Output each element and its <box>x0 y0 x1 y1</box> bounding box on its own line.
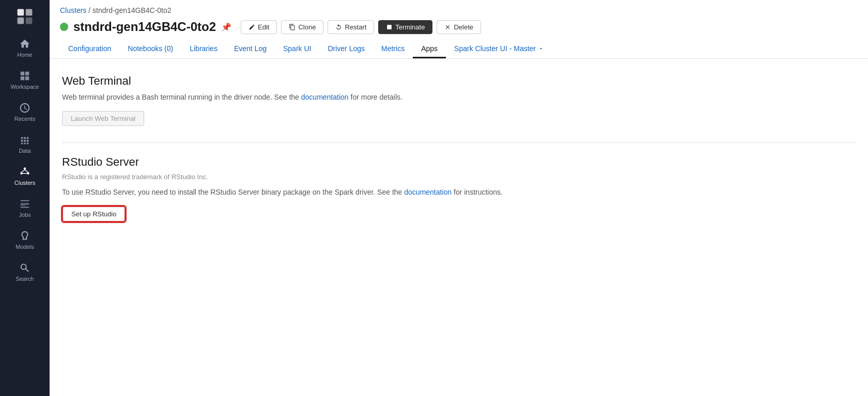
web-terminal-section: Web Terminal Web terminal provides a Bas… <box>62 74 856 126</box>
rstudio-trademark: RStudio is a registered trademark of RSt… <box>62 173 856 181</box>
tab-notebooks[interactable]: Notebooks (0) <box>119 40 181 58</box>
sidebar-item-jobs[interactable]: Jobs <box>0 192 50 224</box>
logo <box>13 5 36 28</box>
web-terminal-title: Web Terminal <box>62 74 856 88</box>
web-terminal-doc-link[interactable]: documentation <box>301 93 349 101</box>
sidebar-item-home[interactable]: Home <box>0 32 50 64</box>
sidebar: Home Workspace Recents Data Clusters Job… <box>0 0 50 396</box>
edit-button[interactable]: Edit <box>241 20 277 34</box>
svg-rect-3 <box>26 18 33 24</box>
tab-spark-ui[interactable]: Spark UI <box>275 40 319 58</box>
sidebar-item-search[interactable]: Search <box>0 256 50 288</box>
tab-apps[interactable]: Apps <box>413 40 446 58</box>
sidebar-item-search-label: Search <box>16 276 34 282</box>
breadcrumb-separator: / <box>88 6 90 14</box>
restart-button[interactable]: Restart <box>328 20 374 34</box>
cluster-name: stndrd-gen14GB4C-0to2 <box>73 20 216 34</box>
clone-button[interactable]: Clone <box>281 20 323 34</box>
tab-spark-cluster-ui[interactable]: Spark Cluster UI - Master <box>446 40 552 58</box>
delete-button[interactable]: Delete <box>437 20 481 34</box>
sidebar-item-clusters-label: Clusters <box>14 180 35 186</box>
launch-web-terminal-button[interactable]: Launch Web Terminal <box>62 111 144 126</box>
tab-metrics[interactable]: Metrics <box>373 40 413 58</box>
sidebar-item-data-label: Data <box>19 148 30 154</box>
sidebar-item-models[interactable]: Models <box>0 224 50 256</box>
svg-line-8 <box>25 170 28 172</box>
topbar: Clusters / stndrd-gen14GB4C-0to2 stndrd-… <box>50 0 868 59</box>
cluster-actions: Edit Clone Restart Terminate Delete <box>241 20 481 34</box>
sidebar-item-jobs-label: Jobs <box>19 212 30 218</box>
terminate-button[interactable]: Terminate <box>378 20 432 34</box>
tab-driver-logs[interactable]: Driver Logs <box>319 40 373 58</box>
rstudio-description: To use RStudio Server, you need to insta… <box>62 187 856 198</box>
rstudio-title: RStudio Server <box>62 155 856 169</box>
sidebar-item-clusters[interactable]: Clusters <box>0 160 50 192</box>
svg-rect-1 <box>26 9 33 16</box>
sidebar-item-workspace-label: Workspace <box>11 84 39 90</box>
setup-rstudio-button[interactable]: Set up RStudio <box>62 206 126 222</box>
sidebar-item-workspace[interactable]: Workspace <box>0 64 50 96</box>
cluster-header: stndrd-gen14GB4C-0to2 📌 Edit Clone Resta… <box>60 20 858 34</box>
svg-rect-0 <box>18 9 24 16</box>
sidebar-item-data[interactable]: Data <box>0 128 50 160</box>
sidebar-item-models-label: Models <box>16 244 34 250</box>
svg-rect-10 <box>387 25 392 29</box>
svg-point-4 <box>24 167 26 170</box>
svg-line-7 <box>22 170 25 172</box>
pin-icon[interactable]: 📌 <box>221 22 231 32</box>
tab-libraries[interactable]: Libraries <box>181 40 226 58</box>
main-content: Clusters / stndrd-gen14GB4C-0to2 stndrd-… <box>50 0 868 396</box>
sidebar-item-recents-label: Recents <box>14 116 35 122</box>
rstudio-doc-link[interactable]: documentation <box>404 188 452 196</box>
status-indicator <box>60 23 68 31</box>
breadcrumb-parent[interactable]: Clusters <box>60 6 86 14</box>
svg-rect-2 <box>18 18 24 24</box>
content-area: Web Terminal Web terminal provides a Bas… <box>50 59 868 396</box>
section-divider <box>62 142 856 143</box>
breadcrumb-current: stndrd-gen14GB4C-0to2 <box>92 6 172 14</box>
tabs: Configuration Notebooks (0) Libraries Ev… <box>60 40 858 58</box>
tab-configuration[interactable]: Configuration <box>60 40 119 58</box>
breadcrumb: Clusters / stndrd-gen14GB4C-0to2 <box>60 6 858 14</box>
web-terminal-description: Web terminal provides a Bash terminal ru… <box>62 92 856 103</box>
sidebar-item-recents[interactable]: Recents <box>0 96 50 128</box>
rstudio-section: RStudio Server RStudio is a registered t… <box>62 155 856 222</box>
sidebar-item-home-label: Home <box>17 52 32 58</box>
tab-event-log[interactable]: Event Log <box>226 40 275 58</box>
